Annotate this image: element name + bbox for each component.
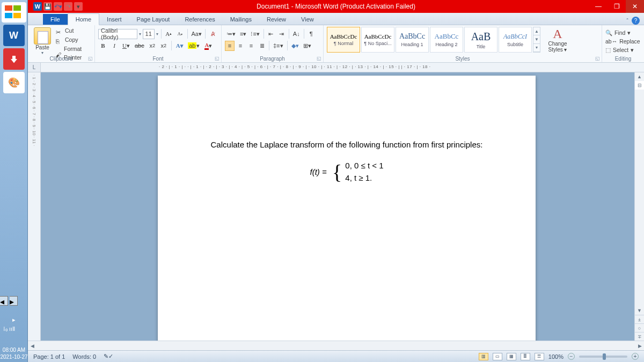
paste-button[interactable]: Paste ▾ [31, 27, 54, 55]
prev-page-icon[interactable]: ± [635, 315, 644, 323]
minimize-button[interactable]: — [589, 0, 608, 13]
show-marks-button[interactable]: ¶ [306, 29, 316, 39]
scroll-down-icon[interactable]: ▼ [635, 306, 644, 315]
ruler-toggle-icon[interactable]: ⊟ [635, 81, 644, 90]
horizontal-scrollbar[interactable]: ◀ ▶ [28, 341, 644, 350]
font-size-combo[interactable]: 11 [143, 29, 155, 39]
style-title[interactable]: AaBTitle [464, 27, 497, 53]
document-text[interactable]: Calculate the Laplace transform of the f… [206, 140, 487, 149]
help-icon[interactable]: ? [632, 17, 640, 25]
bullets-button[interactable]: ≔▾ [225, 29, 237, 39]
tab-references[interactable]: References [177, 14, 222, 25]
app-icon[interactable]: W [33, 2, 42, 11]
find-button[interactable]: 🔍Find ▾ [605, 28, 641, 37]
line-spacing-button[interactable]: ‡≡▾ [272, 41, 285, 51]
qat-save-icon[interactable]: 💾 [43, 2, 52, 11]
maximize-button[interactable]: ❐ [608, 0, 626, 13]
taskbar-word-icon[interactable]: W [3, 25, 25, 46]
align-right-button[interactable]: ≡ [246, 41, 256, 51]
italic-button[interactable]: I [109, 41, 119, 51]
outline-view-button[interactable]: ≣ [521, 353, 530, 360]
align-left-button[interactable]: ≡ [225, 41, 235, 51]
dialog-launcher-icon[interactable]: ◱ [88, 56, 93, 61]
taskbar-pdf-icon[interactable] [3, 48, 25, 70]
text-effects-button[interactable]: A▾ [174, 41, 185, 51]
draft-view-button[interactable]: ☰ [535, 353, 544, 360]
numbering-button[interactable]: ≡▾ [238, 29, 248, 39]
page[interactable]: Calculate the Laplace transform of the f… [158, 76, 536, 341]
style---normal[interactable]: AaBbCcDc¶ Normal [327, 27, 360, 53]
taskbar-tab[interactable]: ▸ [10, 296, 18, 306]
align-center-button[interactable]: ≡ [236, 41, 245, 51]
scroll-up-icon[interactable]: ▲ [635, 72, 644, 81]
borders-button[interactable]: ⊞▾ [302, 41, 313, 51]
strikethrough-button[interactable]: abc [133, 41, 146, 51]
fullscreen-reading-view-button[interactable]: ▭ [493, 353, 502, 360]
close-button[interactable]: ✕ [626, 0, 644, 13]
zoom-in-button[interactable]: + [632, 353, 639, 360]
taskbar-chevron[interactable]: ▸ [0, 316, 28, 323]
ruler-corner[interactable]: L [28, 63, 41, 72]
tab-page-layout[interactable]: Page Layout [129, 14, 178, 25]
taskbar-tab[interactable]: ◂ [0, 296, 8, 306]
print-layout-view-button[interactable]: ▥ [479, 353, 488, 360]
decrease-indent-button[interactable]: ⇤ [266, 29, 276, 39]
taskbar-paint-icon[interactable]: 🎨 [3, 72, 25, 93]
superscript-button[interactable]: x2 [159, 41, 169, 51]
tab-mailings[interactable]: Mailings [223, 14, 259, 25]
increase-indent-button[interactable]: ⇥ [277, 29, 287, 39]
equation[interactable]: f(t) = { 0, 0 ≤ t < 1 4, t ≥ 1. [310, 160, 383, 184]
style-heading-2[interactable]: AaBbCcHeading 2 [430, 27, 463, 53]
sort-button[interactable]: A↓ [291, 29, 302, 39]
style-heading-1[interactable]: AaBbCcHeading 1 [396, 27, 429, 53]
tab-review[interactable]: Review [259, 14, 294, 25]
vertical-ruler[interactable]: · 1 · 2 · 3 · 4 · 5 · 6 · 7 · 8 · 9 · 10… [28, 72, 41, 341]
page-canvas[interactable]: Calculate the Laplace transform of the f… [41, 72, 634, 341]
style---no-spaci---[interactable]: AaBbCcDc¶ No Spaci... [361, 27, 394, 53]
vertical-scrollbar[interactable]: ▲ ⊟ ▼ ± ○ ∓ [634, 72, 644, 341]
page-indicator[interactable]: Page: 1 of 1 [33, 353, 65, 360]
taskbar-clock[interactable]: 08:00 AM 2021-10-27 [0, 346, 28, 362]
zoom-out-button[interactable]: − [568, 353, 575, 360]
qat-redo-icon[interactable]: ↷ [64, 2, 72, 11]
proofing-icon[interactable]: ✎✓ [104, 353, 113, 360]
grow-font-button[interactable]: A▴ [164, 29, 173, 39]
clear-formatting-button[interactable]: A̷ [208, 29, 218, 39]
shading-button[interactable]: ◆▾ [290, 41, 301, 51]
tab-view[interactable]: View [294, 14, 321, 25]
dialog-launcher-icon[interactable]: ◱ [215, 56, 219, 61]
copy-button[interactable]: ⎘Copy [56, 35, 94, 45]
web-layout-view-button[interactable]: ▦ [507, 353, 516, 360]
highlight-button[interactable]: ab▾ [186, 41, 201, 51]
replace-button[interactable]: ab↔Replace [605, 37, 641, 46]
horizontal-ruler[interactable]: L · 2 · | · 1 · | · · | · 1 · | · 2 · | … [28, 63, 644, 72]
font-name-combo[interactable]: Calibri (Body) [98, 29, 137, 39]
tab-home[interactable]: Home [68, 13, 99, 25]
ribbon-minimize-icon[interactable]: ˆ [626, 18, 628, 24]
scroll-right-icon[interactable]: ▶ [635, 343, 644, 349]
word-count[interactable]: Words: 0 [72, 353, 96, 360]
start-button[interactable] [2, 2, 26, 23]
dialog-launcher-icon[interactable]: ◱ [317, 56, 321, 61]
browse-object-icon[interactable]: ○ [635, 323, 644, 332]
font-color-button[interactable]: A▾ [203, 41, 214, 51]
subscript-button[interactable]: x2 [148, 41, 157, 51]
qat-customize-icon[interactable]: ▾ [74, 2, 83, 11]
bold-button[interactable]: B [98, 41, 108, 51]
scroll-left-icon[interactable]: ◀ [28, 343, 36, 349]
tab-insert[interactable]: Insert [99, 14, 129, 25]
style-subtitle[interactable]: AaBbCcISubtitle [499, 27, 532, 53]
dialog-launcher-icon[interactable]: ◱ [595, 56, 600, 61]
tab-file[interactable]: File [43, 14, 68, 25]
select-button[interactable]: ⬚Select ▾ [605, 46, 641, 54]
change-case-button[interactable]: Aa▾ [191, 29, 202, 39]
justify-button[interactable]: ≣ [257, 41, 267, 51]
multilevel-list-button[interactable]: ⁝≡▾ [249, 29, 261, 39]
zoom-level[interactable]: 100% [548, 353, 564, 360]
cut-button[interactable]: ✂Cut [56, 26, 94, 35]
styles-gallery-scroll[interactable]: ▲▼▾ [533, 27, 540, 53]
qat-undo-icon[interactable]: ↶▾ [54, 2, 62, 11]
change-styles-button[interactable]: AChange Styles ▾ [544, 27, 572, 53]
underline-button[interactable]: U▾ [121, 41, 131, 51]
next-page-icon[interactable]: ∓ [635, 332, 644, 341]
